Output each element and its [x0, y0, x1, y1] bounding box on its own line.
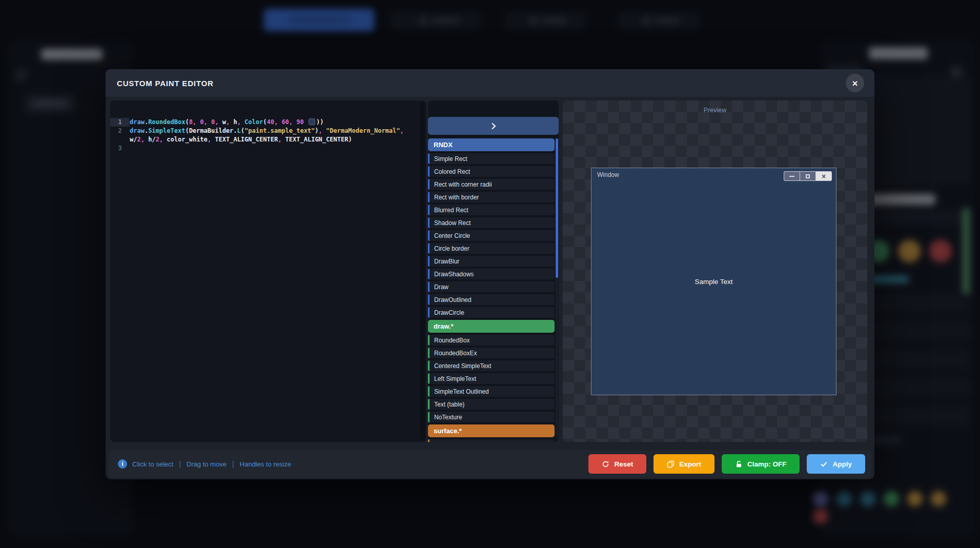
code-text: draw.RoundedBox(8, 0, 0, w, h, Color(40,…	[130, 118, 413, 127]
library-item-label: Left SimpleText	[434, 375, 476, 382]
library-item[interactable]: Simple Rect	[428, 153, 555, 164]
hint-separator: |	[179, 460, 181, 468]
item-accent-stripe	[428, 230, 430, 241]
line-number: 3	[110, 144, 130, 153]
item-accent-stripe	[428, 243, 430, 254]
library-section-header[interactable]: RNDX	[428, 138, 555, 151]
item-accent-stripe	[428, 439, 430, 442]
footer-hints-wrap: i Click to select|Drag to move|Handles t…	[118, 459, 291, 469]
item-accent-stripe	[428, 360, 430, 371]
library-item[interactable]: Shadow Rect	[428, 217, 555, 228]
library-item[interactable]: DrawOutlined	[428, 294, 555, 305]
preview-area[interactable]: Preview Window × Sample Text	[563, 100, 867, 442]
footer-hints: Click to select|Drag to move|Handles to …	[132, 460, 291, 468]
library-item-label: Simple Rect	[434, 155, 467, 163]
preview-window[interactable]: Window × Sample Text	[591, 168, 836, 395]
line-number: 1	[110, 118, 130, 127]
copy-icon	[667, 460, 675, 468]
info-icon: i	[118, 459, 127, 469]
library-item[interactable]: Center Circle	[428, 230, 555, 241]
footer-hint: Drag to move	[187, 460, 227, 468]
screen: CUSTOM PAINT EDITOR × 1draw.RoundedBox(8…	[0, 0, 980, 548]
library-scrollbar-thumb[interactable]	[556, 138, 558, 278]
library-item-label: RoundedBox	[434, 337, 469, 344]
code-editor[interactable]: 1draw.RoundedBox(8, 0, 0, w, h, Color(40…	[110, 100, 426, 442]
library-item[interactable]: RoundedBox	[428, 335, 555, 346]
editor-scrollbar[interactable]	[420, 103, 425, 440]
library-item[interactable]: Centered SimpleText	[428, 360, 555, 371]
code-line: 3	[110, 144, 413, 153]
item-accent-stripe	[428, 386, 430, 397]
code-line: 1draw.RoundedBox(8, 0, 0, w, h, Color(40…	[110, 118, 413, 127]
library-item-label: Blurred Rect	[434, 207, 468, 214]
export-button[interactable]: Export	[654, 454, 714, 474]
hint-separator: |	[232, 460, 234, 468]
footer-hint: Handles to resize	[240, 460, 291, 468]
item-accent-stripe	[428, 166, 430, 177]
chevron-right-icon	[489, 122, 498, 130]
close-icon: ×	[852, 78, 858, 88]
library-item[interactable]: Rect with corner radii	[428, 179, 555, 190]
library-scrollbar[interactable]	[556, 138, 558, 439]
sample-text: Sample Text	[591, 168, 836, 395]
modal-header: CUSTOM PAINT EDITOR	[106, 69, 874, 97]
close-button[interactable]: ×	[846, 74, 864, 92]
library-item[interactable]: DrawShadows	[428, 269, 555, 279]
library-item[interactable]: Rect with border	[428, 192, 555, 202]
check-icon	[820, 460, 828, 468]
refresh-icon	[602, 460, 609, 468]
button-label: Export	[679, 460, 701, 468]
library-item-label: DrawShadows	[434, 271, 474, 278]
library-item[interactable]: Text (table)	[428, 399, 555, 410]
item-accent-stripe	[428, 294, 430, 305]
library-section-header[interactable]: surface.*	[428, 424, 555, 437]
inline-color-swatch[interactable]	[309, 118, 315, 125]
library-item[interactable]: Circle border	[428, 243, 555, 254]
item-accent-stripe	[428, 412, 430, 422]
modal-title: CUSTOM PAINT EDITOR	[117, 79, 214, 88]
library-item-label: NoTexture	[434, 414, 462, 421]
collapse-library-button[interactable]	[428, 117, 559, 135]
code-editor-lines: 1draw.RoundedBox(8, 0, 0, w, h, Color(40…	[110, 100, 426, 153]
library-item[interactable]: Draw	[428, 281, 555, 292]
library-item-label: Rect with border	[434, 194, 479, 201]
library-item-label: Draw	[434, 283, 448, 291]
item-accent-stripe	[428, 153, 430, 164]
footer-buttons: ResetExportClamp: OFFApply	[588, 454, 865, 474]
unlock-icon	[735, 460, 743, 468]
library-item[interactable]: SimpleText Outlined	[428, 386, 555, 397]
library-item[interactable]: SetDrawColor	[428, 439, 555, 442]
library-item-label: DrawOutlined	[434, 296, 472, 303]
button-label: Reset	[614, 460, 633, 468]
library-item-label: DrawCircle	[434, 309, 464, 316]
library-item-label: Text (table)	[434, 401, 464, 408]
button-label: Apply	[832, 460, 852, 468]
library-item[interactable]: Left SimpleText	[428, 373, 555, 384]
reset-button[interactable]: Reset	[588, 454, 646, 474]
library-item[interactable]: Blurred Rect	[428, 205, 555, 215]
code-text: draw.SimpleText(DermaBuilder.L("paint.sa…	[130, 127, 413, 144]
line-number: 2	[110, 127, 130, 144]
modal-footer: i Click to select|Drag to move|Handles t…	[109, 450, 871, 478]
button-label: Clamp: OFF	[747, 460, 787, 468]
item-accent-stripe	[428, 335, 430, 346]
code-text	[130, 144, 413, 153]
library-item[interactable]: DrawBlur	[428, 256, 555, 267]
library-item[interactable]: RoundedBoxEx	[428, 348, 555, 358]
library-item-label: Rect with corner radii	[434, 181, 492, 188]
snippet-library: RNDXSimple RectColored RectRect with cor…	[428, 100, 559, 442]
library-item[interactable]: DrawCircle	[428, 307, 555, 318]
library-item-label: Colored Rect	[434, 168, 470, 175]
item-accent-stripe	[428, 269, 430, 279]
item-accent-stripe	[428, 179, 430, 190]
apply-button[interactable]: Apply	[807, 454, 865, 474]
item-accent-stripe	[428, 373, 430, 384]
library-section-header[interactable]: draw.*	[428, 320, 555, 333]
clamp-toggle-button[interactable]: Clamp: OFF	[722, 454, 800, 474]
library-item[interactable]: Colored Rect	[428, 166, 555, 177]
item-accent-stripe	[428, 348, 430, 358]
library-item[interactable]: NoTexture	[428, 412, 555, 422]
library-item-label: Circle border	[434, 245, 469, 252]
library-item-label: Shadow Rect	[434, 219, 471, 227]
preview-label: Preview	[563, 107, 867, 114]
